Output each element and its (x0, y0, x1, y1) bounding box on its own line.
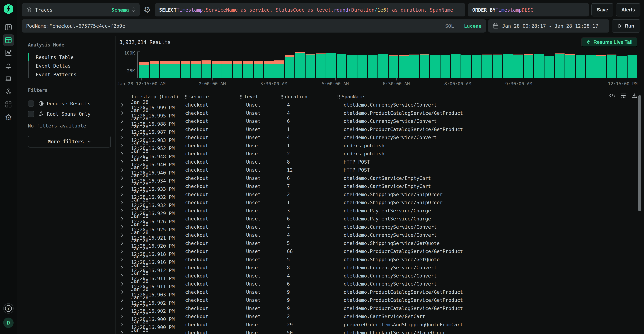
table-row[interactable]: Jan 28 12:28:16.940 PMcheckoutUnset8HTTP… (120, 158, 637, 166)
row-expand-chevron-icon[interactable] (121, 257, 127, 262)
table-row[interactable]: Jan 28 12:28:16.988 PMcheckoutUnset6otel… (120, 117, 637, 125)
histogram-bar[interactable] (544, 56, 554, 78)
histogram-bar[interactable] (451, 54, 460, 78)
date-range-picker[interactable]: Jan 28 00:28:17 - Jan 28 12:28:17 (488, 19, 609, 32)
table-row[interactable]: Jan 28 12:28:16.911 PMcheckoutUnset6otel… (120, 280, 637, 288)
row-expand-chevron-icon[interactable] (121, 306, 127, 311)
row-expand-chevron-icon[interactable] (121, 175, 127, 181)
alerts-button[interactable]: Alerts (616, 3, 640, 16)
histogram-bar[interactable] (513, 54, 523, 78)
resume-live-tail-button[interactable]: Resume Live Tail (582, 37, 637, 47)
analysis-mode-item[interactable]: Event Deltas (28, 61, 111, 70)
histogram-bar[interactable] (492, 54, 502, 78)
alerts-bell-icon[interactable] (3, 60, 14, 71)
histogram-bar[interactable] (440, 55, 450, 78)
table-row[interactable]: Jan 28 12:28:16.952 PMcheckoutUnset1orde… (120, 142, 637, 150)
table-row[interactable]: Jan 28 12:28:16.900 PMcheckoutUnset50ote… (120, 329, 637, 334)
row-expand-chevron-icon[interactable] (121, 119, 127, 124)
histogram-bar[interactable] (160, 61, 170, 78)
column-header-service[interactable]: service (185, 94, 240, 99)
code-icon[interactable] (609, 93, 615, 98)
row-expand-chevron-icon[interactable] (121, 249, 127, 254)
run-button[interactable]: Run (612, 19, 640, 32)
row-expand-chevron-icon[interactable] (121, 200, 127, 205)
row-expand-chevron-icon[interactable] (121, 127, 127, 132)
table-row[interactable]: Jan 28 12:28:16.900 PMcheckoutUnset29pre… (120, 321, 637, 329)
histogram-bar[interactable] (316, 53, 326, 78)
row-expand-chevron-icon[interactable] (121, 159, 127, 164)
save-button[interactable]: Save (592, 3, 614, 16)
column-header-duration[interactable]: duration (281, 94, 338, 99)
drag-grip-icon[interactable] (281, 95, 283, 99)
drag-grip-icon[interactable] (240, 95, 242, 99)
analysis-mode-item[interactable]: Event Patterns (28, 70, 111, 79)
table-row[interactable]: Jan 28 12:28:16.999 PMcheckoutUnset4otel… (120, 101, 637, 109)
table-row[interactable]: Jan 28 12:28:16.929 PMcheckoutUnset3otel… (120, 207, 637, 215)
collapse-sidebar-icon[interactable] (3, 21, 14, 33)
table-row[interactable]: Jan 28 12:28:16.900 PMcheckoutUnset2otel… (120, 312, 637, 321)
order-by-input[interactable]: ORDER BY Timestamp DESC (468, 3, 589, 16)
row-expand-chevron-icon[interactable] (121, 322, 127, 327)
row-expand-chevron-icon[interactable] (121, 216, 127, 222)
row-expand-chevron-icon[interactable] (121, 224, 127, 230)
histogram-bar[interactable] (461, 55, 471, 78)
histogram-bar[interactable] (534, 54, 544, 78)
histogram-bar[interactable] (347, 55, 357, 78)
histogram-bar[interactable] (150, 61, 159, 78)
lang-toggle-sql[interactable]: SQL (445, 23, 454, 29)
histogram-bar[interactable] (388, 55, 398, 78)
histogram-bar[interactable] (233, 61, 242, 78)
table-row[interactable]: Jan 28 12:28:16.948 PMcheckoutUnset2orde… (120, 150, 637, 158)
wrap-text-icon[interactable] (620, 93, 626, 98)
histogram-bar[interactable] (295, 52, 305, 78)
histogram-bar[interactable] (264, 61, 274, 78)
table-row[interactable]: Jan 28 12:28:16.940 PMcheckoutUnset12HTT… (120, 166, 637, 174)
histogram-bar[interactable] (482, 54, 492, 78)
search-input[interactable]: PodName:"checkout-675775c4cc-f2p9c" SQL … (22, 19, 486, 32)
table-row[interactable]: Jan 28 12:28:16.925 PMcheckoutUnset4otel… (120, 223, 637, 231)
row-expand-chevron-icon[interactable] (121, 265, 127, 270)
row-expand-chevron-icon[interactable] (121, 232, 127, 238)
table-row[interactable]: Jan 28 12:28:16.921 PMcheckoutUnset4otel… (120, 231, 637, 239)
histogram-bar[interactable] (326, 53, 336, 78)
histogram-bar[interactable] (399, 55, 409, 78)
table-row[interactable]: Jan 28 12:28:16.903 PMcheckoutUnset9otel… (120, 288, 637, 296)
table-row[interactable]: Jan 28 12:28:16.926 PMcheckoutUnset6otel… (120, 215, 637, 223)
histogram-bar[interactable] (378, 54, 388, 78)
row-expand-chevron-icon[interactable] (121, 184, 127, 189)
table-row[interactable]: Jan 28 12:28:16.902 PMcheckoutUnset9otel… (120, 296, 637, 304)
user-avatar[interactable]: D (3, 318, 14, 328)
row-expand-chevron-icon[interactable] (121, 241, 127, 246)
search-view-icon[interactable] (3, 34, 14, 46)
drag-grip-icon[interactable] (185, 95, 188, 99)
services-tree-icon[interactable] (3, 86, 14, 97)
events-histogram[interactable]: 100K 25K Jan 28 12:15:00 AM2:00:00 AM3:3… (121, 51, 637, 87)
histogram-bar[interactable] (181, 61, 190, 78)
histogram-bar[interactable] (254, 61, 263, 78)
histogram-bar[interactable] (222, 61, 232, 78)
table-row[interactable]: Jan 28 12:28:16.995 PMcheckoutUnset4otel… (120, 109, 637, 117)
histogram-bar[interactable] (555, 53, 564, 78)
row-expand-chevron-icon[interactable] (121, 330, 127, 334)
column-header-level[interactable]: level (240, 94, 281, 99)
histogram-bar[interactable] (274, 60, 284, 78)
histogram-bar[interactable] (358, 55, 367, 78)
row-expand-chevron-icon[interactable] (121, 135, 127, 140)
dashboards-grid-icon[interactable] (3, 99, 14, 110)
drag-grip-icon[interactable] (338, 95, 340, 99)
sessions-laptop-icon[interactable] (3, 73, 14, 84)
histogram-bar[interactable] (524, 54, 534, 78)
column-header-spanname[interactable]: SpanName (338, 94, 637, 99)
histogram-bar[interactable] (191, 61, 201, 78)
row-expand-chevron-icon[interactable] (121, 273, 127, 278)
histogram-bar[interactable] (368, 55, 378, 78)
checkbox[interactable] (28, 111, 34, 117)
table-row[interactable]: Jan 28 12:28:16.916 PMcheckoutUnset5otel… (120, 256, 637, 264)
more-filters-button[interactable]: More filters (28, 136, 111, 147)
table-row[interactable]: Jan 28 12:28:16.932 PMcheckoutUnset1otel… (120, 198, 637, 207)
row-expand-chevron-icon[interactable] (121, 167, 127, 173)
histogram-bar[interactable] (139, 62, 149, 78)
table-row[interactable]: Jan 28 12:28:16.912 PMcheckoutUnset8otel… (120, 264, 637, 272)
row-expand-chevron-icon[interactable] (121, 314, 127, 319)
histogram-bar[interactable] (202, 60, 211, 78)
